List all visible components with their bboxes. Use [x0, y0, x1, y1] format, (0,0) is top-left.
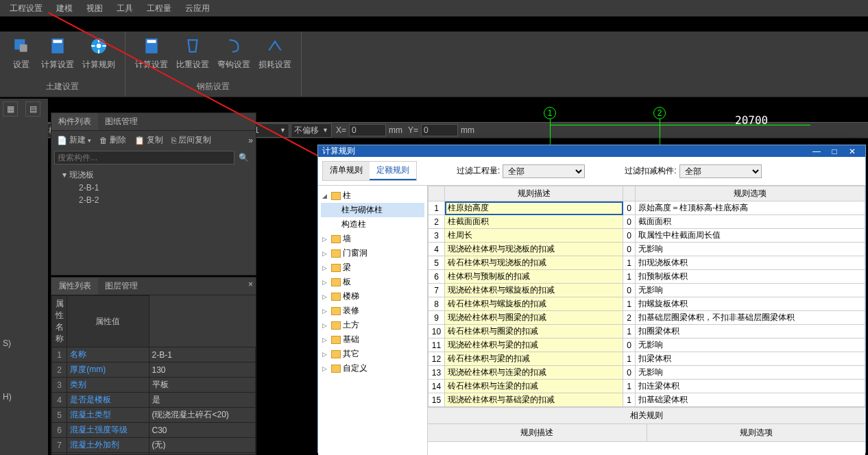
folder-item[interactable]: ▷基础	[321, 332, 424, 347]
menu-modeling[interactable]: 建模	[49, 1, 80, 16]
ribbon-btn-loss[interactable]: 损耗设置	[254, 34, 296, 71]
rule-row[interactable]: 11现浇砼柱体积与梁的扣减0无影响	[429, 339, 865, 352]
rule-row[interactable]: 7现浇砼柱体积与螺旋板的扣减0无影响	[429, 284, 865, 297]
wrench-icon	[10, 34, 33, 58]
y-input[interactable]	[421, 124, 458, 136]
search-input[interactable]	[54, 151, 234, 164]
search-icon[interactable]: 🔍	[234, 153, 253, 162]
property-row[interactable]: 6混凝土强度等级C30	[52, 423, 256, 438]
tab-layer-mgmt[interactable]: 图层管理	[98, 278, 145, 295]
rule-row[interactable]: 15现浇砼柱体积与基础梁的扣减1扣基础梁体积	[429, 393, 865, 407]
side-btn-2[interactable]: ▤	[25, 101, 40, 116]
x-input[interactable]	[349, 124, 386, 136]
folder-column[interactable]: ◢柱	[321, 188, 424, 203]
rule-row[interactable]: 2柱截面面积0截面面积	[429, 215, 865, 229]
ribbon-btn-settings[interactable]: 设置	[5, 34, 37, 71]
property-row[interactable]: 4是否是楼板是	[52, 393, 256, 408]
property-row[interactable]: 7混凝土外加剂(无)	[52, 438, 256, 453]
maximize-button[interactable]: □	[825, 147, 843, 156]
copy-button[interactable]: 📋复制	[132, 133, 166, 147]
new-icon: 📄	[57, 136, 67, 145]
close-button[interactable]: ✕	[843, 147, 861, 156]
menubar: 工程设置 建模 视图 工具 工程量 云应用	[0, 0, 868, 16]
more-icon[interactable]: »	[248, 136, 253, 145]
close-icon[interactable]: ×	[248, 280, 253, 289]
ribbon-btn-rebar-calc[interactable]: 计算设置	[131, 34, 172, 71]
tree-item-2b1[interactable]: 2-B-1	[56, 182, 252, 194]
grid-line	[550, 125, 810, 125]
property-row[interactable]: 5混凝土类型(现浇混凝土碎石<20)	[52, 408, 256, 423]
folder-item[interactable]: ▷其它	[321, 347, 424, 361]
rule-row[interactable]: 12砖石柱体积与梁的扣减1扣梁体积	[429, 352, 865, 366]
rule-row[interactable]: 4现浇砼柱体积与现浇板的扣减0无影响	[429, 243, 865, 256]
rule-row[interactable]: 1柱原始高度0原始高度＝柱顶标高-柱底标高	[429, 201, 865, 215]
side-btn-1[interactable]: ▦	[3, 101, 18, 116]
layer-copy-icon: ⎘	[171, 136, 176, 145]
filter2-select[interactable]: 全部	[679, 164, 762, 178]
folder-item[interactable]: ▷自定义	[321, 361, 424, 376]
folder-item[interactable]: ▷梁	[321, 260, 424, 275]
menu-project-settings[interactable]: 工程设置	[3, 1, 49, 16]
rule-row[interactable]: 9现浇砼柱体积与圈梁的扣减2扣基础层圈梁体积，不扣非基础层圈梁体积	[429, 311, 865, 325]
filter1-select[interactable]: 全部	[503, 164, 585, 178]
minimize-button[interactable]: —	[808, 147, 825, 156]
ribbon: 设置 计算设置 计算规则 土建设置 计算设置 比重设置	[0, 32, 868, 97]
rule-row[interactable]: 3柱周长0取属性中柱截面周长值	[429, 229, 865, 243]
property-row[interactable]: 2厚度(mm)130	[52, 362, 256, 378]
new-button[interactable]: 📄新建▾	[54, 133, 94, 147]
rule-row[interactable]: 13现浇砼柱体积与连梁的扣减0无影响	[429, 366, 865, 380]
rule-row[interactable]: 5砖石柱体积与现浇板的扣减1扣现浇板体积	[429, 256, 865, 270]
related-col-desc: 规则描述	[428, 424, 647, 441]
property-row[interactable]: 1名称2-B-1	[52, 347, 256, 362]
component-panel: 构件列表 图纸管理 📄新建▾ 🗑删除 📋复制 ⎘层间复制 » 🔍 ▾现浇板 2-…	[51, 112, 256, 275]
svg-rect-11	[147, 40, 156, 42]
ribbon-btn-weight[interactable]: 比重设置	[172, 34, 213, 71]
related-col-opt: 规则选项	[647, 424, 866, 441]
folder-item[interactable]: ▷门窗洞	[321, 246, 424, 260]
tab-list-rules[interactable]: 清单规则	[323, 162, 370, 180]
folder-item[interactable]: ▷装修	[321, 304, 424, 318]
property-row[interactable]: 3类别平板	[52, 378, 256, 393]
tab-component-list[interactable]: 构件列表	[51, 113, 98, 130]
tree-item-2b2[interactable]: 2-B-2	[56, 194, 252, 206]
menu-tools[interactable]: 工具	[110, 1, 140, 16]
folder-item[interactable]: ▷墙	[321, 232, 424, 246]
tree-root[interactable]: ▾现浇板	[56, 169, 252, 182]
rule-row[interactable]: 14砖石柱体积与连梁的扣减1扣连梁体积	[429, 380, 865, 393]
ribbon-btn-calc-rules[interactable]: 计算规则	[78, 34, 119, 71]
copy-icon: 📋	[134, 136, 145, 145]
properties-panel: × 属性列表 图层管理 属性名称属性值 1名称2-B-12厚度(mm)1303类…	[51, 277, 256, 455]
ribbon-btn-calc-settings[interactable]: 计算设置	[37, 34, 78, 71]
folder-item[interactable]: ▷楼梯	[321, 289, 424, 304]
grid-marker-2: 2	[653, 107, 666, 119]
layer-copy-button[interactable]: ⎘层间复制	[169, 133, 214, 147]
dialog-titlebar: 计算规则 — □ ✕	[318, 145, 865, 157]
property-row[interactable]: 8泵送类型(混凝土泵)	[52, 453, 256, 456]
filter2-label: 过滤扣减构件:	[625, 165, 676, 177]
grid-marker-1: 1	[544, 107, 556, 119]
menu-quantity[interactable]: 工程量	[140, 1, 178, 16]
offset-select[interactable]: 不偏移▼	[291, 123, 332, 138]
folder-icon	[331, 192, 341, 200]
rule-row[interactable]: 6柱体积与预制板的扣减1扣预制板体积	[429, 270, 865, 284]
folder-item[interactable]: ▷土方	[321, 318, 424, 332]
svg-rect-3	[53, 40, 62, 42]
ribbon-group-label-rebar: 钢筋设置	[197, 78, 230, 97]
ribbon-btn-hook[interactable]: 弯钩设置	[213, 34, 254, 71]
rule-row[interactable]: 10砖石柱体积与圈梁的扣减1扣圈梁体积	[429, 325, 865, 339]
svg-rect-6	[98, 38, 99, 42]
menu-cloud[interactable]: 云应用	[178, 1, 217, 16]
svg-rect-8	[91, 45, 95, 47]
folder-item[interactable]: ▷板	[321, 275, 424, 289]
dialog-title: 计算规则	[322, 145, 355, 157]
delete-button[interactable]: 🗑删除	[97, 133, 129, 147]
menu-view[interactable]: 视图	[80, 1, 110, 16]
tab-properties[interactable]: 属性列表	[51, 278, 98, 295]
node-constructional[interactable]: 构造柱	[321, 217, 424, 232]
annotation-circle-menu	[0, 16, 51, 32]
tab-drawing-mgmt[interactable]: 图纸管理	[98, 113, 145, 130]
tab-quota-rules[interactable]: 定额规则	[370, 162, 416, 180]
rule-row[interactable]: 8砖石柱体积与螺旋板的扣减1扣螺旋板体积	[429, 297, 865, 311]
header-rule-opt: 规则选项	[636, 186, 865, 201]
node-column-masonry[interactable]: 柱与砌体柱	[321, 203, 424, 217]
